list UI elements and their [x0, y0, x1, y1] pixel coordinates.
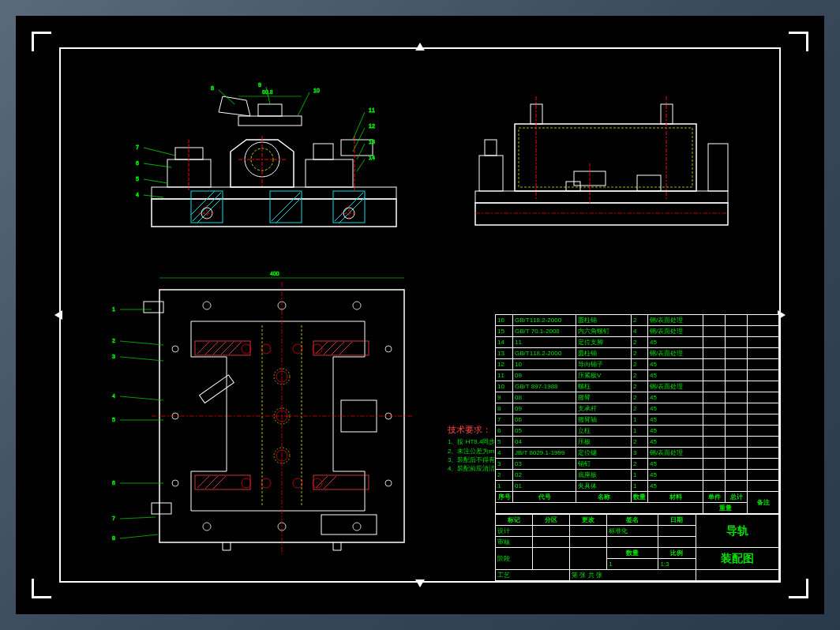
bom-cell-qty: 2 [632, 392, 648, 403]
bom-hdr-total: 总计 [726, 492, 748, 503]
svg-rect-116 [200, 375, 234, 403]
svg-text:9: 9 [258, 82, 261, 88]
bom-row: 809支承杆245 [496, 403, 779, 414]
svg-line-37 [144, 195, 163, 197]
cad-canvas: 7 6 5 4 8 9 10 11 12 13 14 80.8 [16, 16, 824, 614]
bom-cell-qty: 2 [632, 348, 648, 359]
bom-cell-material: 45 [648, 337, 703, 348]
bom-cell-material: 45 [648, 403, 703, 414]
svg-rect-122 [152, 503, 171, 514]
bom-hdr-no: 序号 [496, 492, 513, 503]
bom-cell-code: 02 [513, 470, 576, 481]
bom-cell-name: 支承杆 [576, 403, 632, 414]
bom-cell-name: 夹具体 [576, 481, 632, 492]
bom-cell-note [748, 370, 779, 381]
corner-mark-bl [32, 579, 51, 598]
svg-rect-26 [258, 104, 282, 116]
bom-cell-note [748, 337, 779, 348]
bom-hdr-qty: 数量 [632, 492, 648, 503]
bom-cell-no: 14 [496, 337, 513, 348]
bom-cell-no: 2 [496, 470, 513, 481]
svg-line-49 [357, 144, 365, 159]
svg-text:7: 7 [136, 144, 139, 150]
bom-cell-code: 09 [513, 403, 576, 414]
center-mark-top [415, 43, 425, 51]
bom-cell-note [748, 359, 779, 370]
svg-text:5: 5 [112, 417, 115, 422]
bom-hdr-weight: 重量 [703, 503, 748, 514]
svg-rect-56 [475, 191, 728, 203]
bom-row: 605立柱145 [496, 426, 779, 437]
svg-point-103 [261, 344, 271, 354]
svg-text:11: 11 [369, 107, 375, 113]
bom-cell-material: 45 [648, 437, 703, 448]
svg-text:4: 4 [112, 393, 115, 399]
svg-text:8: 8 [211, 85, 214, 91]
svg-line-4 [197, 197, 223, 223]
bom-hdr-name: 名称 [576, 492, 632, 503]
bom-cell-no: 1 [496, 481, 513, 492]
bom-cell-material: 钢/表面处理 [648, 315, 703, 326]
bom-table: 16GB/T118.2-2000圆柱销2钢/表面处理15GB/T 70.1-20… [495, 314, 779, 514]
svg-point-104 [293, 344, 302, 354]
svg-rect-29 [341, 140, 373, 156]
corner-mark-tl [32, 32, 51, 51]
svg-line-35 [144, 179, 167, 183]
bom-cell-material: 钢/表面处理 [648, 326, 703, 337]
svg-point-99 [385, 346, 392, 352]
svg-line-139 [120, 534, 158, 538]
svg-text:5: 5 [136, 176, 139, 182]
svg-line-76 [221, 342, 234, 354]
bom-row: 303销钉245 [496, 459, 779, 470]
bom-cell-material: 45 [648, 470, 703, 481]
bom-cell-material: 45 [648, 426, 703, 437]
svg-text:80.8: 80.8 [262, 89, 273, 95]
bom-cell-name: 定位支脚 [576, 337, 632, 348]
svg-line-127 [120, 341, 163, 345]
svg-text:8: 8 [112, 535, 115, 541]
svg-line-131 [120, 396, 163, 400]
title-block: 16GB/T118.2-2000圆柱销2钢/表面处理15GB/T 70.1-20… [495, 314, 779, 581]
bom-row: 4JB/T 8029.1-1999定位键3钢/表面处理 [496, 448, 779, 459]
bom-row: 504压板245 [496, 437, 779, 448]
svg-point-93 [203, 523, 211, 531]
bom-cell-no: 12 [496, 359, 513, 370]
tb-design: 设计 [496, 526, 533, 537]
bom-cell-qty: 1 [632, 481, 648, 492]
svg-text:1: 1 [112, 306, 115, 312]
center-mark-left [54, 310, 62, 320]
bom-row: 706摇臂轴145 [496, 414, 779, 426]
svg-rect-25 [238, 116, 302, 126]
bom-cell-code: 03 [513, 459, 576, 470]
bom-cell-qty: 2 [632, 437, 648, 448]
drawing-subtitle: 装配图 [696, 548, 779, 570]
svg-line-77 [229, 342, 242, 354]
bom-cell-name: 内六角螺钉 [576, 326, 632, 337]
bom-row: 1210导向销子245 [496, 359, 779, 370]
svg-point-98 [172, 480, 178, 486]
bom-cell-no: 15 [496, 326, 513, 337]
bom-cell-material: 45 [648, 459, 703, 470]
bom-cell-qty: 2 [632, 315, 648, 326]
bom-cell-name: 螺柱 [576, 381, 632, 392]
bom-cell-name: 圆柱销 [576, 348, 632, 359]
bom-row: 15GB/T 70.1-2008内六角螺钉4钢/表面处理 [496, 326, 779, 337]
bom-row: 1109压紧板V245 [496, 370, 779, 381]
bom-cell-code: GB/T 70.1-2008 [513, 326, 576, 337]
svg-point-95 [353, 523, 361, 531]
svg-text:7: 7 [112, 516, 115, 521]
bom-cell-no: 6 [496, 426, 513, 437]
bom-cell-no: 7 [496, 414, 513, 426]
svg-point-101 [385, 480, 392, 486]
bom-cell-qty: 2 [632, 359, 648, 370]
bom-row: 908摇臂245 [496, 392, 779, 403]
svg-rect-63 [479, 156, 503, 191]
bom-cell-code: GB/T118.2-2000 [513, 315, 576, 326]
svg-line-45 [353, 112, 365, 140]
tb-process: 审核 [496, 537, 533, 548]
svg-line-43 [298, 92, 309, 116]
bom-cell-note [748, 348, 779, 359]
bom-cell-material: 45 [648, 392, 703, 403]
bom-cell-note [748, 315, 779, 326]
tb-date: 日期 [658, 515, 696, 526]
